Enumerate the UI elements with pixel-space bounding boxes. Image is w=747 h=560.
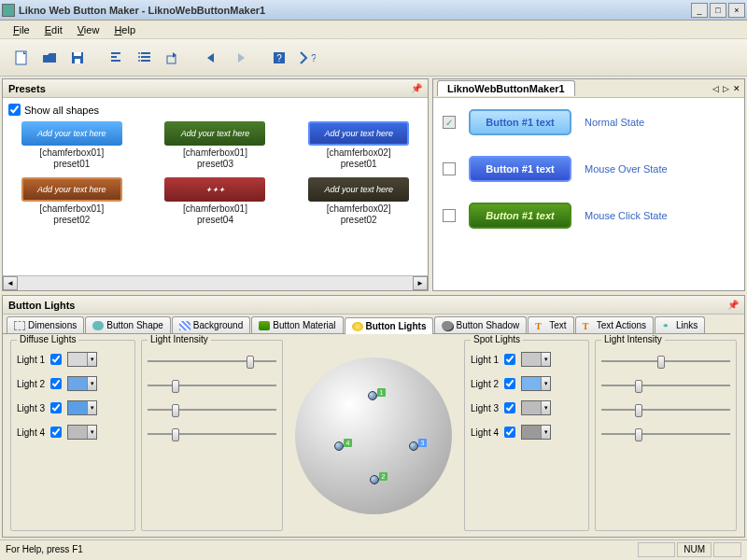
- show-all-shapes-checkbox[interactable]: [8, 104, 21, 116]
- tab-button-material[interactable]: Button Material: [251, 316, 343, 333]
- intensity-slider[interactable]: [148, 356, 276, 367]
- tab-button-lights[interactable]: Button Lights: [345, 317, 434, 334]
- light-enable-checkbox[interactable]: [50, 427, 62, 438]
- chevron-down-icon[interactable]: ▾: [541, 401, 550, 414]
- align-left-icon[interactable]: [105, 46, 129, 70]
- preset-item[interactable]: Add your text here[chamferbox02]preset01: [295, 121, 422, 170]
- click-state-check[interactable]: [443, 209, 456, 222]
- forward-icon[interactable]: [228, 46, 252, 70]
- pin-icon[interactable]: 📌: [727, 300, 739, 310]
- show-all-shapes-check[interactable]: Show all shapes: [8, 104, 422, 116]
- intensity-slider[interactable]: [148, 404, 276, 415]
- preset-item[interactable]: Add your text here[chamferbox01]preset01: [8, 121, 135, 170]
- status-cell: [638, 542, 675, 557]
- preset-item[interactable]: Add your text here[chamferbox01]preset03: [152, 121, 279, 170]
- intensity-slider[interactable]: [148, 380, 276, 391]
- hover-state-check[interactable]: [443, 162, 456, 175]
- light-color-picker[interactable]: ▾: [67, 400, 97, 415]
- scroll-right-icon[interactable]: ►: [413, 276, 428, 290]
- tab-button-shadow[interactable]: Button Shadow: [434, 316, 527, 333]
- next-doc-icon[interactable]: ▷: [723, 84, 729, 93]
- light-enable-checkbox[interactable]: [50, 402, 62, 413]
- preview-body: ✓ Button #1 text Normal State Button #1 …: [433, 98, 744, 290]
- preset-thumb: Add your text here: [164, 121, 265, 146]
- menu-view[interactable]: View: [70, 22, 107, 37]
- chevron-down-icon[interactable]: ▾: [541, 377, 550, 390]
- chevron-down-icon[interactable]: ▾: [87, 426, 96, 439]
- intensity-slider[interactable]: [148, 428, 276, 440]
- light-enable-checkbox[interactable]: [50, 378, 62, 389]
- light-color-picker[interactable]: ▾: [521, 376, 551, 391]
- chevron-down-icon[interactable]: ▾: [87, 401, 96, 414]
- button-lights-header: Button Lights 📌: [3, 296, 744, 315]
- menu-help[interactable]: Help: [106, 22, 143, 37]
- light-color-picker[interactable]: ▾: [67, 425, 97, 440]
- close-button[interactable]: ×: [728, 3, 745, 18]
- light-label: Light 4: [17, 427, 45, 438]
- intensity-slider[interactable]: [601, 404, 730, 415]
- chevron-down-icon[interactable]: ▾: [87, 353, 96, 366]
- light-sphere[interactable]: 1 2 3 4: [295, 357, 452, 514]
- light-row: Light 4▾: [471, 425, 583, 440]
- intensity-slider[interactable]: [601, 380, 730, 391]
- chevron-down-icon[interactable]: ▾: [541, 353, 550, 366]
- light-marker-2[interactable]: 2: [370, 475, 385, 490]
- normal-state-check[interactable]: ✓: [443, 116, 456, 129]
- light-row: Light 2▾: [471, 376, 583, 391]
- presets-panel: Presets 📌 Show all shapes Add your text …: [2, 78, 429, 291]
- preset-label: [chamferbox02]preset02: [295, 203, 422, 226]
- preview-tab[interactable]: LiknoWebButtonMaker1: [437, 80, 575, 96]
- open-icon[interactable]: [37, 46, 62, 70]
- light-color-picker[interactable]: ▾: [67, 352, 97, 367]
- help-book-icon[interactable]: ?: [267, 46, 291, 70]
- chevron-down-icon[interactable]: ▾: [87, 377, 96, 390]
- context-help-icon[interactable]: ?: [295, 46, 319, 70]
- tab-links[interactable]: ⚭Links: [655, 316, 705, 333]
- preset-item[interactable]: ✦✦✦[chamferbox01]preset04: [152, 177, 279, 226]
- save-icon[interactable]: [65, 46, 90, 70]
- align-list-icon[interactable]: [133, 46, 157, 70]
- light-color-picker[interactable]: ▾: [521, 400, 551, 415]
- tab-text-actions[interactable]: TText Actions: [575, 316, 654, 333]
- presets-scrollbar[interactable]: ◄ ►: [3, 275, 428, 290]
- light-enable-checkbox[interactable]: [504, 402, 515, 413]
- prev-doc-icon[interactable]: ◁: [712, 84, 719, 93]
- preset-item[interactable]: Add your text here[chamferbox01]preset02: [8, 177, 135, 226]
- button-preview-click[interactable]: Button #1 text: [469, 203, 571, 229]
- chevron-down-icon[interactable]: ▾: [541, 426, 550, 439]
- light-marker-1[interactable]: 1: [368, 391, 383, 406]
- back-icon[interactable]: [200, 46, 224, 70]
- light-enable-checkbox[interactable]: [50, 354, 62, 365]
- light-enable-checkbox[interactable]: [504, 378, 515, 389]
- light-marker-4[interactable]: 4: [334, 441, 349, 456]
- pin-icon[interactable]: 📌: [411, 83, 422, 93]
- light-color-picker[interactable]: ▾: [67, 376, 97, 391]
- scroll-left-icon[interactable]: ◄: [3, 276, 18, 290]
- close-doc-icon[interactable]: ✕: [733, 84, 740, 93]
- scroll-track[interactable]: [18, 276, 413, 290]
- tab-dimensions[interactable]: Dimensions: [7, 316, 84, 333]
- preset-item[interactable]: Add your text here[chamferbox02]preset02: [295, 177, 422, 226]
- light-row: Light 2▾: [17, 376, 129, 391]
- light-enable-checkbox[interactable]: [504, 354, 515, 365]
- light-marker-3[interactable]: 3: [409, 441, 424, 456]
- intensity-slider[interactable]: [601, 356, 730, 367]
- new-icon[interactable]: [9, 46, 34, 70]
- light-color-picker[interactable]: ▾: [521, 425, 551, 440]
- button-preview-normal[interactable]: Button #1 text: [469, 109, 571, 135]
- preview-nav: ◁ ▷ ✕: [712, 84, 740, 93]
- light-enable-checkbox[interactable]: [504, 427, 515, 438]
- export-icon[interactable]: [161, 46, 185, 70]
- svg-text:?: ?: [276, 53, 282, 63]
- window-controls: _ □ ×: [691, 3, 745, 18]
- intensity-slider[interactable]: [601, 428, 730, 440]
- tab-background[interactable]: Background: [172, 316, 250, 333]
- button-preview-hover[interactable]: Button #1 text: [469, 156, 571, 182]
- tab-button-shape[interactable]: Button Shape: [85, 316, 171, 333]
- tab-text[interactable]: TText: [528, 316, 573, 333]
- light-color-picker[interactable]: ▾: [521, 352, 551, 367]
- menu-edit[interactable]: Edit: [37, 22, 70, 37]
- minimize-button[interactable]: _: [691, 3, 708, 18]
- maximize-button[interactable]: □: [710, 3, 726, 18]
- menu-file[interactable]: File: [6, 22, 37, 37]
